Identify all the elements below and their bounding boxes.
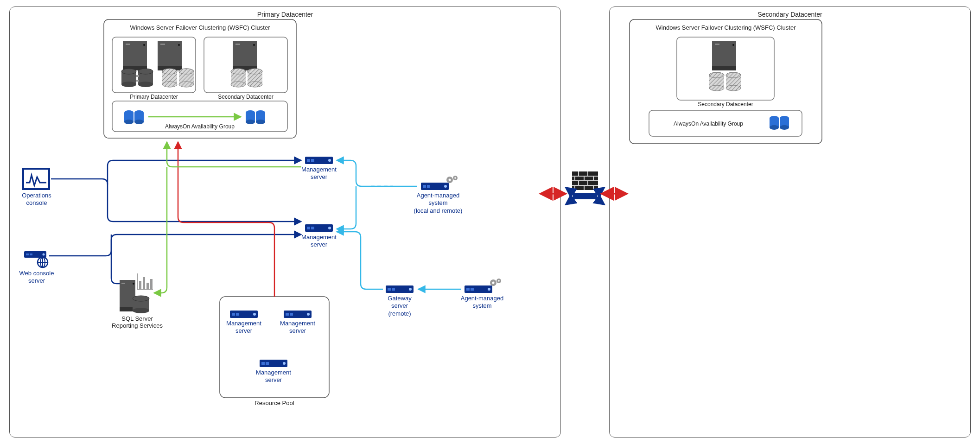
svg-rect-154 [573,193,597,199]
agent-managed-local-label: Agent-managed system (local and remote) [408,192,468,215]
wsfc-secondary-label: Secondary Datacenter [204,94,287,100]
primary-datacenter-title: Primary Datacenter [10,7,560,18]
svg-line-157 [566,199,573,204]
mgmt-server-2-label: Management server [295,234,343,249]
wsfc-primary-label: Primary Datacenter [112,94,196,100]
wsfc-title-primary: Windows Server Failover Clustering (WSFC… [104,24,296,31]
sql-reporting-label: SQL Server Reporting Services [105,315,170,329]
svg-line-158 [597,199,604,204]
web-console-label: Web console server [15,270,58,285]
pool-mgmt-b-label: Management server [274,320,322,335]
pool-mgmt-a-label: Management server [220,320,268,335]
secondary-datacenter-box: Secondary Datacenter [609,6,971,438]
wsfc-title-secondary: Windows Server Failover Clustering (WSFC… [630,24,822,31]
aoag-label-primary: AlwaysOn Availability Group [112,123,287,130]
operations-console-label: Operations console [16,192,57,207]
secondary-datacenter-title: Secondary Datacenter [610,7,970,18]
wsfc-secondary-label-2: Secondary Datacenter [677,101,774,108]
aoag-label-secondary: AlwaysOn Availability Group [649,121,768,127]
pool-mgmt-c-label: Management server [249,369,298,384]
svg-line-156 [597,188,604,193]
svg-rect-140 [572,171,598,190]
resource-pool-title: Resource Pool [220,400,329,406]
agent-managed-label: Agent-managed system [454,295,510,310]
svg-line-155 [566,188,573,193]
mgmt-server-1-label: Management server [295,166,343,181]
gateway-server-label: Gateway server (remote) [376,295,423,317]
firewall-router-icon [566,171,604,204]
